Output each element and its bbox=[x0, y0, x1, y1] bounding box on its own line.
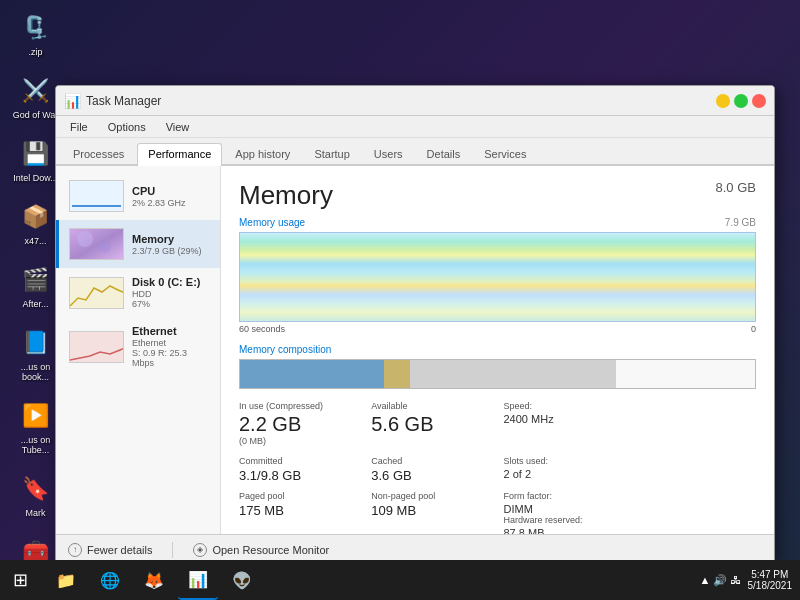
tab-performance[interactable]: Performance bbox=[137, 143, 222, 166]
menu-file[interactable]: File bbox=[62, 119, 96, 135]
sidebar-item-memory[interactable]: Memory 2.3/7.9 GB (29%) bbox=[56, 220, 220, 268]
cpu-name: CPU bbox=[132, 185, 210, 197]
tab-details[interactable]: Details bbox=[416, 143, 472, 164]
menu-bar: File Options View bbox=[56, 116, 774, 138]
resource-monitor-label: Open Resource Monitor bbox=[212, 544, 329, 556]
mark-icon: 🔖 bbox=[20, 473, 52, 505]
stat-cached: Cached 3.6 GB bbox=[371, 456, 491, 483]
graph-time-label: 60 seconds 0 bbox=[239, 324, 756, 334]
paged-pool-label: Paged pool bbox=[239, 491, 359, 501]
svg-point-1 bbox=[77, 231, 93, 247]
resource-monitor-icon: ◈ bbox=[193, 543, 207, 557]
tab-users[interactable]: Users bbox=[363, 143, 414, 164]
taskbar-reddit[interactable]: 👽 bbox=[222, 560, 262, 600]
non-paged-pool-label: Non-paged pool bbox=[371, 491, 491, 501]
cpu-sub: 2% 2.83 GHz bbox=[132, 198, 210, 208]
intel-icon: 💾 bbox=[20, 138, 52, 170]
tab-app-history[interactable]: App history bbox=[224, 143, 301, 164]
svg-rect-0 bbox=[70, 229, 124, 260]
youtube-icon: ▶️ bbox=[20, 400, 52, 432]
mark-label: Mark bbox=[26, 508, 46, 518]
clock-date: 5/18/2021 bbox=[748, 580, 793, 591]
minimize-button[interactable]: − bbox=[716, 94, 730, 108]
stat-speed: Speed: 2400 MHz bbox=[504, 401, 624, 448]
min-label: 0 bbox=[751, 324, 756, 334]
stat-in-use: In use (Compressed) 2.2 GB (0 MB) bbox=[239, 401, 359, 448]
memory-sub: 2.3/7.9 GB (29%) bbox=[132, 246, 210, 256]
svg-point-2 bbox=[99, 241, 111, 253]
ethernet-mini-graph bbox=[69, 331, 124, 363]
comp-in-use bbox=[240, 360, 384, 388]
form-value: DIMM bbox=[504, 503, 624, 515]
window-controls: − □ × bbox=[716, 94, 766, 108]
sidebar-item-cpu[interactable]: CPU 2% 2.83 GHz bbox=[56, 172, 220, 220]
stat-form-factor: Form factor: DIMM Hardware reserved: 87.… bbox=[504, 491, 624, 534]
after-icon: 🎬 bbox=[20, 264, 52, 296]
taskbar-firefox[interactable]: 🦊 bbox=[134, 560, 174, 600]
ethernet-info: Ethernet EthernetS: 0.9 R: 25.3 Mbps bbox=[132, 325, 210, 368]
disk-sub: HDD67% bbox=[132, 289, 210, 309]
taskbar-task-manager[interactable]: 📊 bbox=[178, 560, 218, 600]
stat-empty-2 bbox=[636, 456, 756, 483]
available-label: Available bbox=[371, 401, 491, 411]
window-title: Task Manager bbox=[86, 94, 716, 108]
zip-icon: 🗜️ bbox=[20, 12, 52, 44]
comp-standby bbox=[410, 360, 616, 388]
task-manager-icon: 📊 bbox=[64, 93, 80, 109]
sidebar-item-ethernet[interactable]: Ethernet EthernetS: 0.9 R: 25.3 Mbps bbox=[56, 317, 220, 376]
comp-modified bbox=[384, 360, 410, 388]
taskbar-tray: ▲ 🔊 🖧 5:47 PM 5/18/2021 bbox=[692, 569, 801, 591]
ethernet-sub: EthernetS: 0.9 R: 25.3 Mbps bbox=[132, 338, 210, 368]
start-button[interactable]: ⊞ bbox=[0, 560, 40, 600]
cached-value: 3.6 GB bbox=[371, 468, 491, 483]
composition-bar bbox=[239, 359, 756, 389]
stat-committed: Committed 3.1/9.8 GB bbox=[239, 456, 359, 483]
right-panel: Memory 8.0 GB Memory usage 7.9 GB 60 sec… bbox=[221, 166, 774, 534]
composition-label: Memory composition bbox=[239, 344, 756, 355]
available-value: 5.6 GB bbox=[371, 413, 491, 436]
stats-grid: In use (Compressed) 2.2 GB (0 MB) Availa… bbox=[239, 401, 756, 534]
tab-startup[interactable]: Startup bbox=[303, 143, 360, 164]
app47-icon: 📦 bbox=[20, 201, 52, 233]
disk-info: Disk 0 (C: E:) HDD67% bbox=[132, 276, 210, 309]
fewer-details-link[interactable]: ↑ Fewer details bbox=[68, 543, 152, 557]
menu-options[interactable]: Options bbox=[100, 119, 154, 135]
stat-paged-pool: Paged pool 175 MB bbox=[239, 491, 359, 534]
youtube-label: ...us on Tube... bbox=[12, 435, 59, 455]
form-label: Form factor: bbox=[504, 491, 624, 501]
stat-empty-1 bbox=[636, 401, 756, 448]
resource-monitor-link[interactable]: ◈ Open Resource Monitor bbox=[193, 543, 329, 557]
paged-pool-value: 175 MB bbox=[239, 503, 359, 518]
tab-processes[interactable]: Processes bbox=[62, 143, 135, 164]
stat-available: Available 5.6 GB bbox=[371, 401, 491, 448]
maximize-button[interactable]: □ bbox=[734, 94, 748, 108]
memory-info: Memory 2.3/7.9 GB (29%) bbox=[132, 233, 210, 256]
god-of-war-icon: ⚔️ bbox=[20, 75, 52, 107]
panel-total: 8.0 GB bbox=[716, 180, 756, 195]
cached-label: Cached bbox=[371, 456, 491, 466]
close-button[interactable]: × bbox=[752, 94, 766, 108]
god-of-war-label: God of War bbox=[13, 110, 59, 120]
desktop-icon-zip[interactable]: 🗜️ .zip bbox=[8, 8, 63, 61]
tab-services[interactable]: Services bbox=[473, 143, 537, 164]
committed-label: Committed bbox=[239, 456, 359, 466]
hw-reserved-value: 87.8 MB bbox=[504, 527, 624, 534]
fewer-details-label: Fewer details bbox=[87, 544, 152, 556]
stat-non-paged-pool: Non-paged pool 109 MB bbox=[371, 491, 491, 534]
menu-view[interactable]: View bbox=[158, 119, 198, 135]
tabs-bar: Processes Performance App history Startu… bbox=[56, 138, 774, 166]
footer-divider bbox=[172, 542, 173, 558]
panel-header: Memory 8.0 GB bbox=[239, 180, 756, 211]
speed-value: 2400 MHz bbox=[504, 413, 624, 425]
non-paged-pool-value: 109 MB bbox=[371, 503, 491, 518]
cpu-mini-graph bbox=[69, 180, 124, 212]
taskbar-file-explorer[interactable]: 📁 bbox=[46, 560, 86, 600]
after-label: After... bbox=[22, 299, 48, 309]
taskbar-chrome[interactable]: 🌐 bbox=[90, 560, 130, 600]
comp-free bbox=[616, 360, 755, 388]
usage-graph bbox=[239, 232, 756, 322]
slots-value: 2 of 2 bbox=[504, 468, 624, 480]
sidebar-item-disk[interactable]: Disk 0 (C: E:) HDD67% bbox=[56, 268, 220, 317]
desktop: 🗜️ .zip ⚔️ God of War 💾 Intel Dow... 📦 x… bbox=[0, 0, 800, 600]
composition-section: Memory composition bbox=[239, 344, 756, 389]
